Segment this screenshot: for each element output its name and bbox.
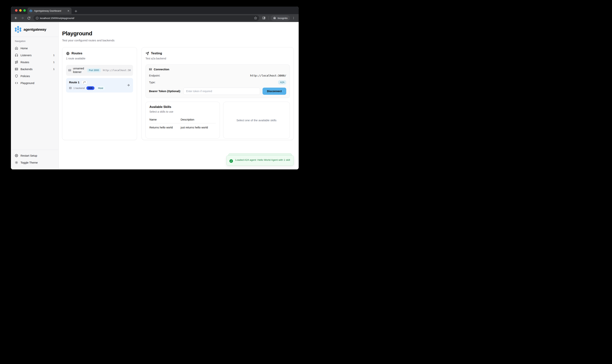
globe-icon: [66, 52, 70, 55]
close-window-button[interactable]: [15, 9, 17, 12]
testing-card-header: Testing: [146, 52, 290, 55]
sidebar-item-label: Listeners: [21, 54, 32, 57]
site-info-icon[interactable]: [35, 16, 40, 21]
listener-name: unnamed listener: [73, 67, 85, 74]
sidebar-footer: Restart Setup Toggle Theme: [11, 150, 58, 169]
toast-stack: Loaded A2A agent: Hello World Agent with…: [226, 155, 294, 166]
toggle-theme-button[interactable]: Toggle Theme: [13, 159, 56, 166]
browser-window: Agentgateway Dashboard: [11, 7, 299, 169]
testing-sub-cards: Available Skills Select a skills to use …: [146, 102, 290, 139]
disconnect-button[interactable]: Disconnect: [262, 88, 286, 95]
sidebar-item-label: Backends: [21, 68, 33, 71]
sidebar-item-label: Policies: [21, 75, 30, 78]
code-icon: [15, 81, 18, 85]
skill-name-cell[interactable]: Returns hello world: [150, 123, 181, 129]
testing-card-subtitle: Test a2a backend: [146, 57, 290, 60]
incognito-label: Incognito: [278, 17, 287, 20]
success-toast[interactable]: Loaded A2A agent: Hello World Agent with…: [226, 155, 294, 166]
type-row: Type: A2A: [149, 80, 286, 84]
sidebar-item-label: Playground: [21, 82, 34, 85]
listener-row[interactable]: unnamed listener Port 3000 http://localh…: [66, 65, 133, 76]
sidebar-item-count: 1: [53, 61, 54, 64]
sidebar-item-playground[interactable]: Playground: [13, 79, 56, 87]
sidebar-item-policies[interactable]: Policies: [13, 73, 56, 79]
minimize-window-button[interactable]: [19, 9, 22, 12]
home-icon: [15, 47, 18, 50]
headphones-icon: [15, 53, 18, 57]
routes-card-subtitle: 1 route available: [66, 57, 133, 60]
sidebar-item-label: Routes: [21, 61, 29, 64]
sidebar-nav: Navigation Home Listeners 1 Routes: [11, 37, 58, 87]
sidebar-item-label: Home: [21, 47, 28, 50]
restart-setup-label: Restart Setup: [21, 154, 37, 157]
browser-toolbar: localhost:15000/ui/playground/ Incognito: [11, 14, 299, 22]
address-bar[interactable]: localhost:15000/ui/playground/: [33, 15, 259, 21]
listener-port-badge: Port 3000: [87, 68, 101, 72]
skill-preview-card: Select one of the available skills: [223, 102, 290, 139]
new-tab-button[interactable]: [74, 9, 78, 13]
toggle-theme-label: Toggle Theme: [21, 161, 38, 164]
cards-row: Routes 1 route available unnamed listene…: [62, 47, 294, 140]
sidebar-item-backends[interactable]: Backends 1: [13, 66, 56, 73]
skill-row[interactable]: Returns hello world just returns hello w…: [150, 123, 216, 129]
endpoint-value: http://localhost:3000/: [250, 74, 286, 77]
agentgateway-logo: [15, 26, 21, 33]
server-icon: [69, 87, 72, 89]
window-controls: [15, 7, 26, 14]
back-button[interactable]: [13, 15, 19, 21]
tab-strip: Agentgateway Dashboard: [11, 7, 299, 14]
route-host-badge: Host: [96, 86, 105, 90]
page-subtitle: Test your configured routes and backends: [62, 39, 294, 42]
url-text[interactable]: localhost:15000/ui/playground/: [40, 17, 253, 20]
route-row[interactable]: Route 1 /* 1 backend A2A Host: [66, 78, 133, 92]
endpoint-row: Endpoint: http://localhost:3000/: [149, 74, 286, 77]
routes-card-title: Routes: [71, 52, 82, 55]
available-skills-card: Available Skills Select a skills to use …: [146, 102, 220, 139]
zoom-window-button[interactable]: [23, 9, 26, 12]
route-path-badge: /*: [81, 80, 87, 84]
testing-card-title: Testing: [151, 52, 162, 55]
incognito-icon: [273, 16, 276, 20]
sidebar-item-listeners[interactable]: Listeners 1: [13, 52, 56, 59]
connection-header: Connection: [149, 68, 286, 71]
skills-col-name: Name: [150, 118, 181, 123]
connection-box: Connection Endpoint: http://localhost:30…: [146, 65, 290, 98]
main-area: Playground Test your configured routes a…: [59, 22, 299, 169]
browser-tab[interactable]: Agentgateway Dashboard: [27, 8, 71, 14]
sidebar-item-routes[interactable]: Routes 1: [13, 59, 56, 66]
connection-title: Connection: [154, 68, 169, 71]
testing-card: Testing Test a2a backend Connection Endp…: [141, 47, 294, 140]
tab-title: Agentgateway Dashboard: [34, 10, 66, 12]
forward-button[interactable]: [20, 15, 25, 21]
toolbar-divider: [269, 16, 269, 20]
gear-icon: [15, 154, 18, 157]
brand-name: agentgateway: [24, 27, 46, 32]
bookmark-star-icon[interactable]: [253, 16, 258, 21]
arrow-right-icon[interactable]: [127, 83, 130, 87]
reload-button[interactable]: [26, 15, 32, 21]
listener-url: http://localhost:3000/: [103, 69, 131, 72]
server-icon: [15, 67, 18, 71]
nav-section-label: Navigation: [13, 40, 56, 45]
tab-close-icon[interactable]: [67, 10, 70, 12]
server-icon: [68, 69, 71, 72]
skill-preview-empty-message: Select one of the available skills: [236, 119, 276, 122]
token-row: Bearer Token (Optional): Disconnect: [149, 88, 286, 95]
send-icon: [146, 52, 149, 55]
skill-description-cell: just returns hello world: [181, 123, 216, 129]
incognito-badge: Incognito: [271, 15, 290, 21]
token-input[interactable]: [183, 88, 260, 95]
routes-card-header: Routes: [66, 52, 133, 55]
type-label: Type:: [149, 81, 155, 84]
sidebar-item-home[interactable]: Home: [13, 45, 56, 52]
restart-setup-button[interactable]: Restart Setup: [13, 152, 56, 159]
sidebar-item-count: 1: [53, 54, 54, 57]
screen: Agentgateway Dashboard: [0, 0, 306, 182]
side-panel-icon[interactable]: [261, 15, 267, 21]
menu-dots-icon[interactable]: [291, 15, 296, 21]
agentgateway-favicon: [29, 9, 32, 13]
route-backend-count: 1 backend: [73, 87, 85, 90]
server-icon: [149, 68, 152, 71]
skills-table: Name Description Returns hello world jus…: [150, 118, 216, 129]
route-name: Route 1: [69, 81, 80, 84]
